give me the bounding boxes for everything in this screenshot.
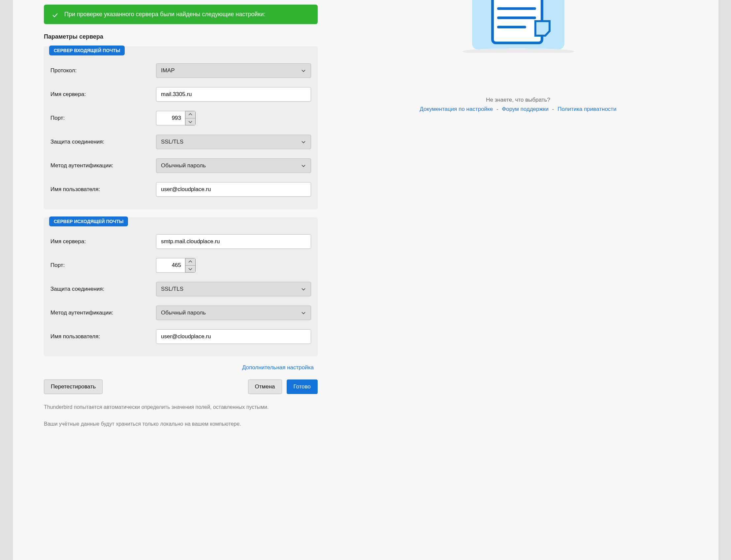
incoming-port-input[interactable] xyxy=(156,111,185,125)
section-title: Параметры сервера xyxy=(44,33,318,40)
banner-text: При проверке указанного сервера были най… xyxy=(64,10,265,19)
incoming-security-select[interactable]: SSL/TLS xyxy=(156,135,311,149)
note-autodetect: Thunderbird попытается автоматически опр… xyxy=(44,403,295,412)
link-privacy-policy[interactable]: Политика приватности xyxy=(557,106,616,112)
label-username: Имя пользователя: xyxy=(50,333,150,340)
label-username: Имя пользователя: xyxy=(50,186,150,193)
illustration xyxy=(452,0,584,54)
incoming-port-up[interactable] xyxy=(185,111,195,118)
link-setup-docs[interactable]: Документация по настройке xyxy=(419,106,493,112)
advanced-config-link[interactable]: Дополнительная настройка xyxy=(44,364,314,371)
label-auth: Метод аутентификации: xyxy=(50,310,150,316)
incoming-username-input[interactable] xyxy=(156,182,311,197)
label-hostname: Имя сервера: xyxy=(50,238,150,245)
outgoing-server-block: СЕРВЕР ИСХОДЯЩЕЙ ПОЧТЫ Имя сервера: Порт… xyxy=(44,217,318,356)
check-icon xyxy=(52,12,58,18)
outgoing-hostname-input[interactable] xyxy=(156,234,311,249)
label-security: Защита соединения: xyxy=(50,286,150,292)
chevron-up-icon xyxy=(188,260,192,263)
help-prompt: Не знаете, что выбрать? xyxy=(331,97,705,103)
note-local-storage: Ваши учётные данные будут храниться толь… xyxy=(44,420,295,428)
chevron-down-icon xyxy=(301,163,306,168)
incoming-auth-select[interactable]: Обычный пароль xyxy=(156,158,311,173)
link-support-forum[interactable]: Форум поддержки xyxy=(502,106,548,112)
incoming-hostname-input[interactable] xyxy=(156,87,311,102)
done-button[interactable]: Готово xyxy=(287,379,318,394)
chevron-down-icon xyxy=(188,268,192,270)
label-protocol: Протокол: xyxy=(50,67,150,74)
outgoing-port-down[interactable] xyxy=(185,266,195,273)
label-hostname: Имя сервера: xyxy=(50,91,150,98)
label-port: Порт: xyxy=(50,262,150,269)
label-auth: Метод аутентификации: xyxy=(50,162,150,169)
success-banner: При проверке указанного сервера были най… xyxy=(44,5,318,24)
chevron-up-icon xyxy=(188,113,192,116)
cancel-button[interactable]: Отмена xyxy=(248,379,282,394)
outgoing-auth-select[interactable]: Обычный пароль xyxy=(156,306,311,320)
incoming-port-down[interactable] xyxy=(185,118,195,125)
chevron-down-icon xyxy=(188,120,192,123)
incoming-badge: СЕРВЕР ВХОДЯЩЕЙ ПОЧТЫ xyxy=(49,46,125,55)
outgoing-username-input[interactable] xyxy=(156,329,311,344)
label-security: Защита соединения: xyxy=(50,139,150,145)
outgoing-badge: СЕРВЕР ИСХОДЯЩЕЙ ПОЧТЫ xyxy=(49,216,128,226)
retest-button[interactable]: Перетестировать xyxy=(44,379,103,394)
chevron-down-icon xyxy=(301,68,306,73)
outgoing-security-select[interactable]: SSL/TLS xyxy=(156,282,311,296)
chevron-down-icon xyxy=(301,139,306,145)
label-port: Порт: xyxy=(50,115,150,121)
chevron-down-icon xyxy=(301,310,306,315)
incoming-protocol-select[interactable]: IMAP xyxy=(156,63,311,78)
outgoing-port-input[interactable] xyxy=(156,258,185,273)
outgoing-port-up[interactable] xyxy=(185,258,195,266)
chevron-down-icon xyxy=(301,286,306,292)
incoming-server-block: СЕРВЕР ВХОДЯЩЕЙ ПОЧТЫ Протокол: IMAP Имя… xyxy=(44,46,318,209)
